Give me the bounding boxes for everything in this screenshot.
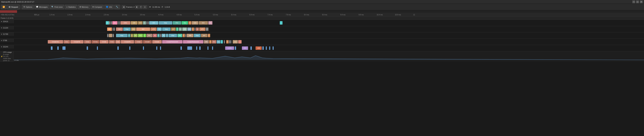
- expand-arrow-33244[interactable]: ▼: [1, 46, 2, 48]
- block[interactable]: M: [153, 34, 157, 37]
- block[interactable]: CreateTe: [70, 40, 84, 44]
- block[interactable]: 604: [198, 21, 208, 24]
- block[interactable]: |: [224, 40, 225, 44]
- block[interactable]: CreateTexture2D: [183, 40, 203, 44]
- block[interactable]: 236: [131, 21, 138, 24]
- block[interactable]: [97, 46, 98, 50]
- block[interactable]: 295: [204, 40, 209, 44]
- block[interactable]: F: [192, 28, 194, 31]
- block[interactable]: 2261: [120, 21, 130, 24]
- block[interactable]: 474: [242, 46, 248, 50]
- block[interactable]: Creat: [134, 40, 142, 44]
- expand-arrow-33416[interactable]: ▼: [1, 21, 2, 22]
- options-button[interactable]: ⚙ Options: [22, 5, 34, 9]
- block[interactable]: [118, 21, 119, 24]
- block[interactable]: 529: [192, 21, 198, 24]
- block[interactable]: 322: [178, 34, 182, 37]
- expand-arrow-5788[interactable]: ▼: [1, 40, 2, 42]
- block[interactable]: CreateTex: [48, 40, 63, 44]
- target-button[interactable]: ◎: [143, 5, 147, 9]
- block[interactable]: I.: [143, 34, 146, 37]
- block[interactable]: [280, 21, 282, 24]
- block[interactable]: Map: [162, 28, 170, 31]
- block[interactable]: Crea: [109, 40, 115, 44]
- block[interactable]: Map: [116, 34, 128, 37]
- block[interactable]: [87, 46, 88, 50]
- messages-button[interactable]: 💬 Messages: [34, 5, 49, 9]
- block[interactable]: 91: [179, 28, 182, 31]
- compare-button[interactable]: ⊕ Compare: [91, 5, 104, 9]
- block[interactable]: CreateTexture2D: [162, 40, 182, 44]
- block[interactable]: [221, 40, 223, 44]
- block[interactable]: |: [110, 21, 112, 24]
- frame-dropdown-button[interactable]: ▼: [140, 5, 142, 9]
- block[interactable]: 475: [199, 28, 206, 31]
- block[interactable]: |: [229, 40, 230, 44]
- block[interactable]: [208, 46, 208, 50]
- block[interactable]: Cre: [115, 40, 120, 44]
- block[interactable]: F: [188, 21, 192, 24]
- block[interactable]: [129, 46, 130, 50]
- block[interactable]: Fi: [208, 21, 212, 24]
- block[interactable]: Cre.: [64, 40, 70, 44]
- block[interactable]: 2,231: [225, 46, 234, 50]
- prev-frame-button[interactable]: ◀: [122, 5, 126, 9]
- block[interactable]: 247: [171, 28, 176, 31]
- block[interactable]: P: [157, 34, 160, 37]
- statistics-button[interactable]: ≡ Statistics: [65, 5, 77, 9]
- block[interactable]: |: [114, 28, 115, 31]
- block[interactable]: [160, 46, 161, 50]
- block[interactable]: F: [209, 40, 212, 44]
- block[interactable]: Fii: [162, 34, 166, 37]
- block[interactable]: [180, 46, 182, 50]
- block[interactable]: Create': [143, 40, 152, 44]
- block[interactable]: U: [131, 34, 133, 37]
- block[interactable]: 32: [196, 28, 199, 31]
- window-controls[interactable]: ─ □ ✕: [632, 0, 643, 3]
- block[interactable]: 91: [143, 21, 146, 24]
- block[interactable]: [250, 46, 252, 50]
- block[interactable]: [238, 40, 242, 44]
- thread-container[interactable]: ▼ 33416 Fi | | FA 2261 236 253 91 | | 40…: [0, 20, 644, 136]
- block[interactable]: |: [160, 34, 162, 37]
- block[interactable]: [117, 46, 119, 50]
- block[interactable]: Fini: [173, 21, 181, 24]
- block[interactable]: 403: [149, 21, 158, 24]
- minimize-button[interactable]: ─: [632, 0, 635, 3]
- block[interactable]: F: [226, 40, 228, 44]
- block[interactable]: 206: [131, 28, 136, 31]
- block[interactable]: P: [128, 34, 130, 37]
- block[interactable]: F: [182, 34, 185, 37]
- block[interactable]: f: [176, 28, 178, 31]
- block[interactable]: Create: [152, 40, 162, 44]
- block[interactable]: FA: [112, 21, 117, 24]
- block[interactable]: Map: [123, 28, 131, 31]
- block[interactable]: Map: [168, 34, 177, 37]
- block[interactable]: |: [109, 21, 110, 24]
- signal-button[interactable]: 📶: [1, 5, 6, 9]
- block[interactable]: 860: [136, 28, 150, 31]
- block[interactable]: IAS: [138, 34, 143, 37]
- block[interactable]: 408: [256, 46, 262, 50]
- block[interactable]: [196, 46, 197, 50]
- block[interactable]: CCrea: [92, 40, 99, 44]
- block[interactable]: 268: [182, 28, 187, 31]
- block[interactable]: MF: [107, 28, 112, 31]
- block[interactable]: [262, 46, 264, 50]
- block[interactable]: 388: [187, 34, 194, 37]
- block[interactable]: [109, 34, 112, 37]
- block[interactable]: [143, 46, 144, 50]
- block[interactable]: [266, 46, 267, 50]
- next-frame-button[interactable]: ▶: [135, 5, 139, 9]
- block[interactable]: [57, 46, 59, 50]
- block[interactable]: Map: [159, 21, 172, 24]
- block[interactable]: [212, 46, 213, 50]
- block[interactable]: Creati: [100, 40, 108, 44]
- close-button[interactable]: ✕: [640, 0, 643, 3]
- block[interactable]: Fii: [157, 28, 162, 31]
- block[interactable]: Crea: [84, 40, 91, 44]
- block[interactable]: 222: [233, 40, 238, 44]
- block[interactable]: F: [208, 34, 210, 37]
- block[interactable]: [62, 46, 66, 50]
- block[interactable]: [269, 46, 270, 50]
